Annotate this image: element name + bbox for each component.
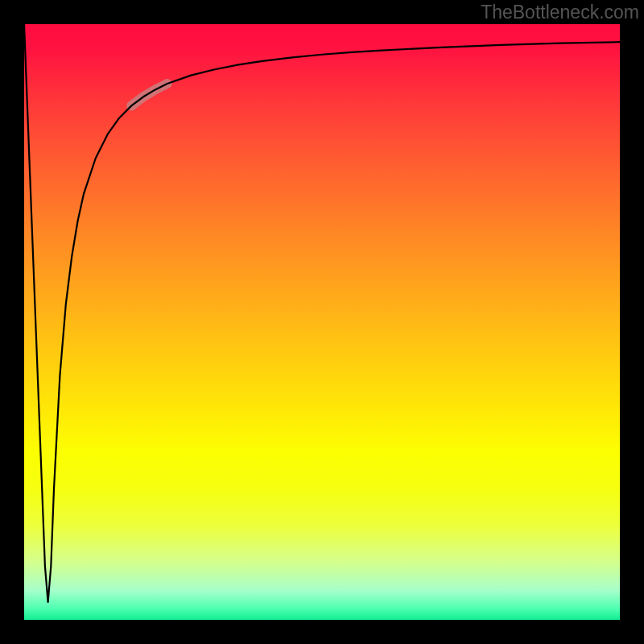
watermark-text: TheBottleneck.com xyxy=(481,2,639,23)
bottleneck-curve-line xyxy=(24,24,620,602)
chart-frame: TheBottleneck.com xyxy=(0,0,644,644)
curve-svg xyxy=(24,24,620,620)
plot-area xyxy=(24,24,620,620)
